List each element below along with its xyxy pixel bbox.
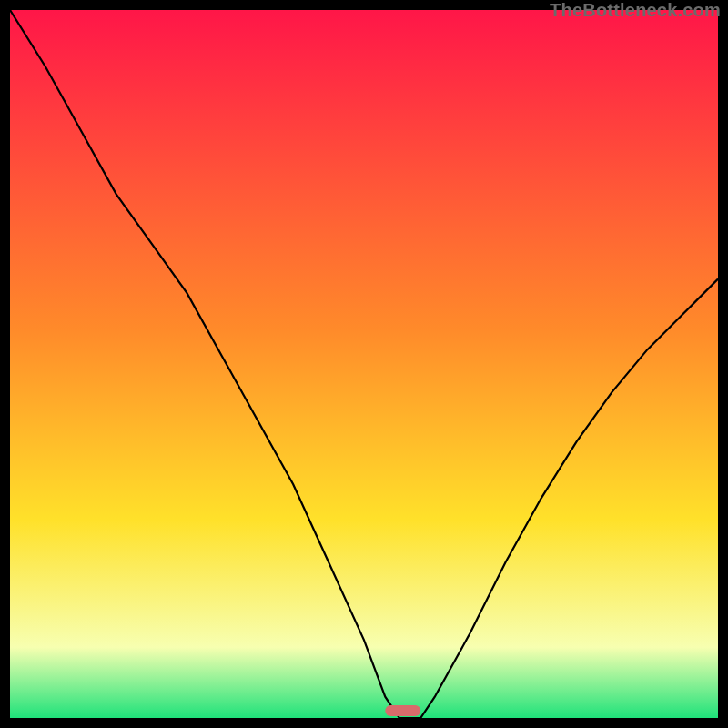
watermark-text: TheBottleneck.com [550,0,721,21]
gradient-bg [10,10,718,718]
plot-area [10,10,718,718]
chart-svg [10,10,718,718]
optimum-marker [385,705,420,716]
chart-frame: TheBottleneck.com [0,0,728,728]
